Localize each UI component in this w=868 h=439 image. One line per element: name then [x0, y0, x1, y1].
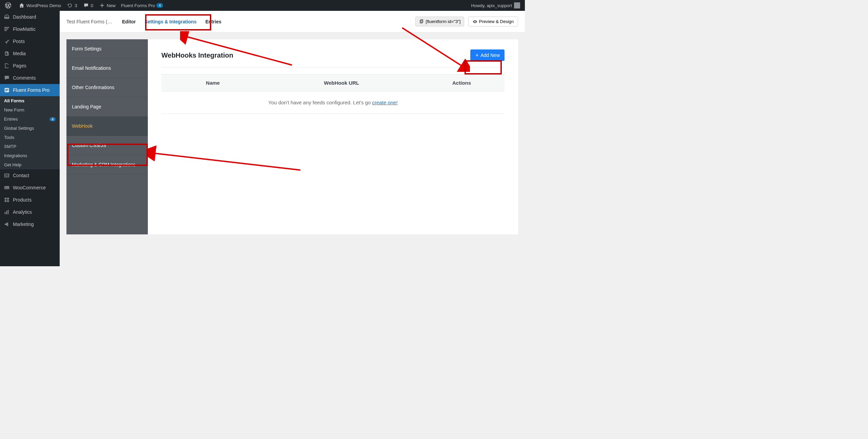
new-content-link[interactable]: New	[96, 0, 118, 11]
menu-analytics[interactable]: Analytics	[0, 206, 60, 218]
submenu-new-form[interactable]: New Form	[0, 105, 60, 114]
fluentforms-label: Fluent Forms Pro	[13, 87, 50, 93]
flowmattic-label: FlowMattic	[13, 26, 36, 32]
menu-dashboard[interactable]: Dashboard	[0, 11, 60, 23]
comment-icon	[83, 2, 90, 9]
updates-link[interactable]: 3	[64, 0, 80, 11]
fluentforms-submenu: All Forms New Form Entries4 Global Setti…	[0, 96, 60, 169]
svg-rect-13	[5, 212, 6, 214]
ff-label: Fluent Forms Pro	[121, 3, 155, 8]
products-icon	[3, 196, 10, 203]
tab-settings-integrations[interactable]: Settings & Integrations	[144, 12, 197, 31]
svg-rect-4	[5, 89, 8, 89]
fluentforms-icon	[3, 87, 10, 93]
settings-tab-form-settings[interactable]: Form Settings	[66, 39, 148, 59]
shortcode-copy[interactable]: [fluentform id="3"]	[415, 17, 465, 26]
submenu-global-settings[interactable]: Global Settings	[0, 124, 60, 133]
settings-tab-marketing-crm[interactable]: Marketing & CRM Integrations	[66, 155, 148, 174]
form-header-tabs: Test Fluent Forms (Pr... Editor Settings…	[66, 12, 222, 31]
pages-icon	[3, 62, 10, 69]
submenu-entries[interactable]: Entries4	[0, 114, 60, 124]
shortcode-text: [fluentform id="3"]	[426, 19, 461, 24]
submenu-smtp[interactable]: SMTP	[0, 142, 60, 151]
submenu-integrations[interactable]: Integrations	[0, 151, 60, 160]
comments-link[interactable]: 0	[80, 0, 96, 11]
mail-icon	[3, 172, 10, 179]
marketing-icon	[3, 221, 10, 228]
marketing-label: Marketing	[13, 222, 34, 227]
add-new-button[interactable]: Add New	[470, 49, 505, 61]
svg-rect-1	[4, 28, 8, 29]
content-area: Test Fluent Forms (Pr... Editor Settings…	[60, 11, 525, 266]
admin-bar-left: WordPress Demo 3 0 New Fluent Forms Pro …	[2, 0, 166, 11]
svg-rect-5	[5, 90, 8, 90]
settings-content: WebHooks Integration Add New Name WebHoo…	[148, 39, 518, 234]
products-label: Products	[13, 197, 32, 203]
add-new-label: Add New	[480, 53, 500, 58]
dashboard-label: Dashboard	[13, 14, 36, 20]
tab-editor[interactable]: Editor	[121, 12, 136, 31]
site-name-label: WordPress Demo	[26, 3, 61, 8]
new-label: New	[107, 3, 116, 8]
submenu-get-help[interactable]: Get Help	[0, 160, 60, 169]
settings-tab-custom-css[interactable]: Custom CSS/JS	[66, 136, 148, 155]
entries-badge: 4	[50, 117, 56, 121]
tab-entries[interactable]: Entries	[205, 12, 222, 31]
svg-rect-2	[4, 30, 7, 31]
menu-flowmattic[interactable]: FlowMattic	[0, 23, 60, 35]
fluentforms-adminbar-link[interactable]: Fluent Forms Pro 4	[118, 0, 166, 11]
submenu-all-forms[interactable]: All Forms	[0, 96, 60, 105]
flowmattic-icon	[3, 26, 10, 33]
create-one-link[interactable]: create one!	[372, 100, 398, 105]
comments-count: 0	[91, 3, 93, 8]
wp-logo[interactable]	[2, 0, 16, 11]
eye-icon	[473, 19, 477, 24]
menu-comments[interactable]: Comments	[0, 72, 60, 84]
analytics-label: Analytics	[13, 209, 32, 215]
form-header-actions: [fluentform id="3"] Preview & Design	[415, 17, 518, 26]
menu-posts[interactable]: Posts	[0, 35, 60, 47]
svg-rect-15	[8, 210, 9, 214]
settings-tab-other-confirmations[interactable]: Other Confirmations	[66, 78, 148, 97]
col-name: Name	[161, 75, 264, 91]
settings-sidebar: Form Settings Email Notifications Other …	[66, 39, 148, 234]
media-label: Media	[13, 51, 26, 56]
menu-media[interactable]: Media	[0, 47, 60, 60]
settings-tab-email-notifications[interactable]: Email Notifications	[66, 59, 148, 78]
submenu-tools[interactable]: Tools	[0, 133, 60, 142]
svg-rect-11	[5, 200, 6, 202]
media-icon	[3, 50, 10, 57]
svg-rect-17	[420, 19, 422, 22]
settings-tab-webhook[interactable]: WebHook	[66, 117, 148, 136]
plus-icon	[475, 53, 479, 57]
form-title[interactable]: Test Fluent Forms (Pr...	[66, 19, 114, 24]
admin-bar-right: Howdy, apix_support	[469, 0, 523, 11]
empty-text: You don't have any feeds configured. Let…	[268, 100, 372, 105]
empty-row: You don't have any feeds configured. Let…	[161, 91, 505, 114]
menu-marketing[interactable]: Marketing	[0, 218, 60, 230]
site-name-link[interactable]: WordPress Demo	[16, 0, 64, 11]
table-header-row: Name WebHook URL Actions	[161, 75, 505, 91]
comments-icon	[3, 75, 10, 81]
woocommerce-label: WooCommerce	[13, 185, 46, 190]
settings-tab-landing-page[interactable]: Landing Page	[66, 97, 148, 117]
updates-count: 3	[75, 3, 77, 8]
menu-contact[interactable]: Contact	[0, 169, 60, 182]
svg-rect-0	[4, 27, 9, 28]
ff-badge: 4	[156, 3, 163, 8]
svg-rect-12	[7, 200, 9, 202]
pin-icon	[3, 38, 10, 45]
settings-panel: Form Settings Email Notifications Other …	[66, 39, 518, 234]
svg-rect-14	[6, 211, 7, 214]
analytics-icon	[3, 209, 10, 215]
svg-text:woo: woo	[4, 187, 9, 189]
my-account-link[interactable]: Howdy, apix_support	[469, 0, 523, 11]
menu-pages[interactable]: Pages	[0, 60, 60, 72]
settings-heading-row: WebHooks Integration Add New	[161, 49, 505, 61]
menu-products[interactable]: Products	[0, 194, 60, 206]
preview-design-button[interactable]: Preview & Design	[468, 17, 518, 26]
menu-fluentforms[interactable]: Fluent Forms Pro	[0, 84, 60, 96]
svg-rect-9	[5, 198, 6, 200]
contact-label: Contact	[13, 173, 29, 178]
menu-woocommerce[interactable]: woo WooCommerce	[0, 182, 60, 194]
